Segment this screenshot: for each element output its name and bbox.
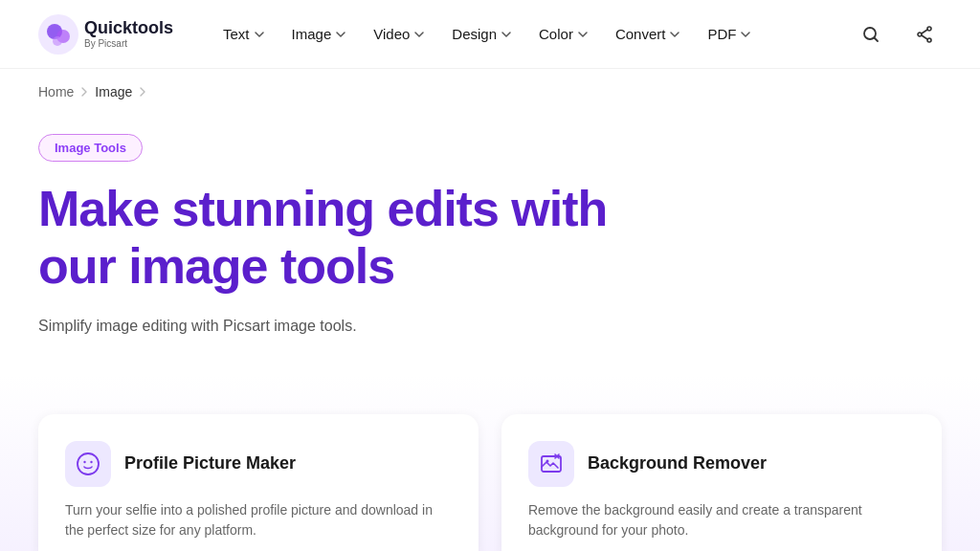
svg-point-9 [83, 460, 85, 462]
svg-point-12 [546, 459, 549, 462]
breadcrumb-current: Image [95, 84, 132, 99]
card-profile-picture-maker[interactable]: Profile Picture Maker Turn your selfie i… [38, 414, 479, 551]
search-button[interactable] [854, 17, 888, 52]
main-nav: Text Image Video Design Color [212, 18, 854, 50]
breadcrumb: Home Image [0, 69, 980, 115]
breadcrumb-home[interactable]: Home [38, 84, 74, 99]
hero-title: Make stunning edits with our image tools [38, 181, 632, 296]
header: Quicktools By Picsart Text Image Video D… [0, 0, 980, 69]
image-tools-badge: Image Tools [38, 134, 143, 162]
hero-subtitle: Simplify image editing with Picsart imag… [38, 315, 632, 338]
svg-point-10 [90, 460, 92, 462]
card-icon-profile [65, 441, 111, 487]
chevron-down-icon [501, 29, 512, 40]
card-desc-profile: Turn your selfie into a polished profile… [65, 500, 452, 540]
card-desc-bg-remover: Remove the background easily and create … [528, 500, 915, 540]
nav-item-convert[interactable]: Convert [604, 18, 693, 50]
chevron-down-icon [740, 29, 751, 40]
nav-item-video[interactable]: Video [362, 18, 436, 50]
chevron-down-icon [669, 29, 680, 40]
logo-sub-text: By Picsart [84, 38, 173, 49]
hero-section: Image Tools Make stunning edits with our… [0, 115, 670, 376]
card-title-profile: Profile Picture Maker [124, 453, 296, 474]
logo[interactable]: Quicktools By Picsart [38, 14, 173, 55]
chevron-down-icon [335, 29, 346, 40]
chevron-down-icon [577, 29, 589, 40]
image-remove-icon [539, 452, 564, 476]
nav-item-text[interactable]: Text [212, 18, 277, 50]
header-actions [854, 17, 942, 52]
breadcrumb-separator-2 [140, 87, 145, 97]
card-icon-bg-remover [528, 441, 574, 487]
search-icon [861, 25, 880, 44]
nav-item-image[interactable]: Image [280, 18, 359, 50]
breadcrumb-separator [81, 87, 87, 97]
logo-icon [38, 14, 78, 55]
svg-point-8 [78, 453, 99, 474]
card-background-remover[interactable]: Background Remover Remove the background… [501, 414, 942, 551]
nav-item-color[interactable]: Color [527, 18, 600, 50]
share-icon [915, 25, 934, 44]
chevron-down-icon [254, 29, 265, 40]
cards-section: Profile Picture Maker Turn your selfie i… [0, 376, 980, 551]
card-title-bg-remover: Background Remover [588, 453, 767, 474]
face-smile-icon [76, 452, 100, 476]
logo-main-text: Quicktools [84, 19, 173, 38]
svg-point-3 [53, 36, 62, 46]
chevron-down-icon [413, 29, 425, 40]
share-button[interactable] [907, 17, 942, 52]
nav-item-pdf[interactable]: PDF [696, 18, 763, 50]
nav-item-design[interactable]: Design [440, 18, 523, 50]
